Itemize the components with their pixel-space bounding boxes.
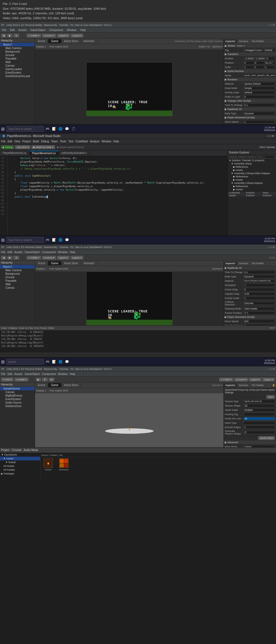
taskbar-app3[interactable]: 🌐 <box>57 126 63 132</box>
menu2-window[interactable]: Window <box>58 251 68 254</box>
asset-fireframes[interactable]: fireframes <box>57 458 71 471</box>
hierarchy2-item-basics[interactable]: Basics* <box>0 265 35 268</box>
vs-debug-btn[interactable]: ▶ Debug <box>1 145 14 149</box>
services-tab[interactable]: Services <box>237 39 250 43</box>
vs-anycpu-btn[interactable]: Any CPU ▾ <box>15 145 30 149</box>
vs-menu-help[interactable]: Help <box>113 140 119 143</box>
hierarchy2-item-wall[interactable]: Wall <box>0 283 35 286</box>
console-tab-project[interactable]: Console <box>12 449 22 452</box>
menu3-gameobject[interactable]: GameObject <box>25 373 40 376</box>
project-allmodels[interactable]: All Models <box>0 464 40 468</box>
se-references1[interactable]: ▶ References <box>228 165 276 168</box>
hierarchy2-item-canvas[interactable]: Canvas <box>0 286 35 290</box>
tilepallet-tab2[interactable]: Tile Palette <box>250 261 266 265</box>
hierarchy-item-basics[interactable]: Basics* <box>0 43 35 46</box>
vs-menu-edit[interactable]: Edit <box>8 140 12 143</box>
tilepallet-tab3[interactable]: Tile Palette <box>250 383 266 387</box>
services-tab2[interactable]: Services <box>237 261 250 265</box>
audio-mode-tab[interactable]: Audio Mode <box>24 449 38 452</box>
hierarchy2-item-passable[interactable]: Passable <box>0 279 35 283</box>
project-favorites[interactable]: ▼ FavoriteKits <box>0 453 40 457</box>
hierarchy3-deletion[interactable]: DeletionZone <box>0 404 35 408</box>
menu3-edit[interactable]: Edit <box>8 373 12 376</box>
start-icon2[interactable]: ⊞ <box>1 237 5 243</box>
tab2-assetstore[interactable]: Asset Store <box>61 261 81 265</box>
toolbar3-pause[interactable]: ⏸ <box>42 378 48 381</box>
toolbar-btn4[interactable]: ≡ Collab ▾ <box>27 34 41 37</box>
toolbar2-btn1[interactable]: ◀ <box>1 256 6 260</box>
project-tab[interactable]: Project <box>1 449 9 452</box>
console2-errorpause[interactable]: Error Pause <box>34 327 47 329</box>
vs-tab-file[interactable]: PlayerMovement.cs <box>0 151 29 155</box>
hierarchy-tab[interactable]: Hierarchy <box>1 39 13 42</box>
hierarchy2-item-ground[interactable]: Ground <box>0 275 35 279</box>
console2-clear[interactable]: Clear <box>1 327 7 329</box>
se-assembly-sharp[interactable]: ▼ Assembly-Sharp <box>228 162 276 165</box>
menu2-help[interactable]: Help <box>70 251 75 254</box>
toolbar3-layout[interactable]: Layout ▾ <box>262 378 275 381</box>
menu-gameobject[interactable]: GameObject <box>29 29 46 32</box>
toolbar-btn6[interactable]: Layers ▾ <box>57 34 70 37</box>
vs-menu-analyze[interactable]: Analyze <box>90 140 99 143</box>
toolbar3-install[interactable]: ≡ Install ▾ <box>15 378 28 381</box>
vs-attach-unity-btn[interactable]: ▶ Attach to Unity ▾ <box>32 145 55 149</box>
hierarchy3-eventsys[interactable]: EventSystem <box>0 397 35 401</box>
toolbar2-btn3[interactable]: ⏸ <box>13 256 19 260</box>
hierarchy3-bigbad[interactable]: BigBadEnemy <box>0 394 35 397</box>
hierarchy-item-canvas[interactable]: Canvas <box>0 64 35 67</box>
toolbar2-btn4[interactable]: ≡ Collab ▾ <box>27 256 41 260</box>
vs-tab-input[interactable]: setActivityActivated ≡ <box>59 151 90 155</box>
se-assets2[interactable]: ▶ Assets <box>228 178 276 181</box>
vs-menu-view[interactable]: View <box>14 140 20 143</box>
hierarchy-tab3[interactable]: Hierarchy <box>1 383 13 386</box>
menu-file[interactable]: File <box>1 29 7 32</box>
vs-menu-window[interactable]: Window <box>102 140 111 143</box>
menu2-component[interactable]: Component <box>42 251 56 254</box>
search-input1[interactable] <box>6 126 44 132</box>
menu3-file[interactable]: File <box>1 373 5 376</box>
se-references2[interactable]: ▶ References <box>228 175 276 178</box>
menu2-file[interactable]: File <box>1 251 5 254</box>
unity-menubar2[interactable]: File Edit Assets GameObject Component Wi… <box>0 250 276 255</box>
toolbar-btn1[interactable]: ◀ <box>1 34 6 37</box>
toolbar2-btn6[interactable]: Layers ▾ <box>57 256 70 260</box>
vs-menu-codemaid[interactable]: CodeMaid <box>75 140 88 143</box>
taskbar3-app4[interactable]: 💬 <box>64 359 70 365</box>
se-assets3[interactable]: ▶ Assets <box>228 188 276 191</box>
project-allprefabs[interactable]: All Prefabs <box>0 468 40 472</box>
search-input3[interactable] <box>6 359 44 365</box>
se-search-input[interactable] <box>229 155 275 159</box>
tab-game1[interactable]: Game <box>48 39 61 43</box>
hierarchy3-audio[interactable]: Audio Source <box>0 401 35 404</box>
taskbar2-app4[interactable]: 💬 <box>64 237 70 243</box>
hierarchy3-sample[interactable]: SampleScene <box>0 387 35 390</box>
toolbar-btn7[interactable]: Layout ▾ <box>71 34 83 37</box>
hierarchy-item-gameloaded[interactable]: GameLoaded <box>0 67 35 71</box>
vs-menu-file[interactable]: File <box>1 140 5 143</box>
taskbar-app5[interactable]: 🎵 <box>70 126 76 132</box>
vs-menu-tools[interactable]: Tools <box>60 140 66 143</box>
toolbar2-btn7[interactable]: Layout ▾ <box>71 256 83 260</box>
tab3-assetstore[interactable]: Asset Store <box>61 383 81 387</box>
inspector-tab3[interactable]: Inspector <box>224 383 237 387</box>
vs-menu-test[interactable]: Test <box>68 140 73 143</box>
vs-tab-active[interactable]: PlayerMovement.cs <box>29 151 59 155</box>
unity-menubar1[interactable]: File Edit Assets GameObject Component Wi… <box>0 28 276 33</box>
toolbar-btn5[interactable]: Account ▾ <box>42 34 56 37</box>
project-packages[interactable]: ▶ Packages <box>0 472 40 476</box>
menu2-gameobject[interactable]: GameObject <box>25 251 40 254</box>
hierarchy-item-wall[interactable]: Wall <box>0 60 35 64</box>
taskbar3-app3[interactable]: 🌐 <box>57 359 63 365</box>
console2-clearplay[interactable]: Clear on Play <box>19 327 33 329</box>
hierarchy-item-bg[interactable]: Background <box>0 50 35 53</box>
menu2-edit[interactable]: Edit <box>8 251 12 254</box>
unity-menubar3[interactable]: File Edit Assets GameObject Component Wi… <box>0 372 276 377</box>
vs-menu-project[interactable]: Project <box>22 140 31 143</box>
toolbar3-host[interactable]: ≡ Host ▾ <box>1 378 13 381</box>
vs-menu-debug[interactable]: Debug <box>41 140 49 143</box>
project-fireball[interactable]: ▼ fireball <box>0 460 40 464</box>
menu3-assets[interactable]: Assets <box>14 373 22 376</box>
menu-component[interactable]: Component <box>49 29 64 32</box>
toolbar3-step[interactable]: ⏭ <box>49 378 54 381</box>
lock-icon[interactable]: 🔒 <box>271 383 276 387</box>
